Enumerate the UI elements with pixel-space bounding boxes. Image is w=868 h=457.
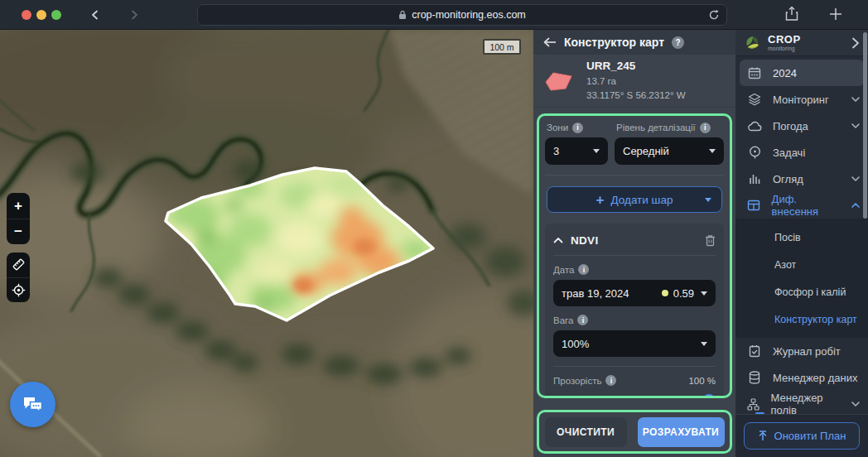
crop-monitoring-logo-icon [744,34,762,52]
variable-rate-submenu: Посів Азот Фосфор і калій Конструктор ка… [735,219,868,338]
map-scale-badge: 100 m [483,39,521,55]
grid-table-icon [747,200,761,211]
support-chat-button[interactable] [10,382,55,427]
layers-icon [747,93,762,106]
reload-icon[interactable] [708,8,720,22]
app-window: crop-monitoring.eos.com [0,0,868,457]
field-area: 13.7 га [586,75,686,89]
submenu-item-map-builder[interactable]: Конструктор карт [735,305,868,333]
add-layer-button[interactable]: + Додати шар [547,186,722,213]
chevron-down-icon [593,149,600,153]
map-pin-icon [747,146,762,159]
sidebar-scrollbar[interactable] [863,32,867,219]
url-text: crop-monitoring.eos.com [412,9,526,21]
divider [553,366,716,367]
sidebar-item-label: Погода [773,120,808,132]
sidebar-item-tasks[interactable]: Задачі [735,139,868,166]
panel-header: Конструктор карт [533,30,735,55]
info-icon[interactable] [605,375,616,386]
close-window-icon[interactable] [22,10,31,20]
field-info[interactable]: URR_245 13.7 га 33.1175° S 56.2312° W [533,55,735,108]
sidebar-item-label: Огляд [773,173,803,185]
navigation-sidebar: CROP monitoring 2024 Моніторинг [735,30,868,457]
opacity-slider[interactable] [553,394,716,398]
panel-actions: ОЧИСТИТИ РОЗРАХУВАТИ [537,410,732,454]
measure-ruler-icon[interactable] [7,253,30,277]
map-canvas[interactable]: 100 m + − [0,30,533,457]
sidebar-item-monitoring[interactable]: Моніторинг [735,86,868,113]
cloud-icon [747,121,762,132]
sidebar-item-label: Менеджер полів [771,392,841,416]
browser-chrome: crop-monitoring.eos.com [0,0,868,30]
date-select[interactable]: трав 19, 2024 0.59 [553,280,716,306]
info-icon[interactable] [578,264,589,275]
ndvi-value: 0.59 [673,287,694,300]
maximize-window-icon[interactable] [51,10,61,20]
calculate-button[interactable]: РОЗРАХУВАТИ [638,417,725,447]
date-label: Дата [553,265,574,275]
sidebar-item-weather[interactable]: Погода [735,113,868,139]
sidebar-item-season[interactable]: 2024 [740,60,864,86]
upgrade-plan-button[interactable]: Оновити План [744,422,860,450]
zones-select[interactable]: 3 [545,137,608,165]
zoom-in-button[interactable]: + [7,193,30,219]
layer-name: NDVI [571,234,598,247]
lock-icon [398,10,407,20]
help-icon[interactable] [672,36,684,49]
sidebar-item-label: Журнал робіт [773,345,841,358]
zoom-out-button[interactable]: − [7,219,30,244]
sidebar-item-variable-rate[interactable]: Диф. внесення [735,192,868,219]
opacity-value: 100 % [688,376,716,386]
submenu-item-nitrogen[interactable]: Азот [735,251,868,278]
clear-button[interactable]: ОЧИСТИТИ [545,417,627,447]
map-builder-panel: Конструктор карт URR_245 13.7 га 33.1175… [533,30,735,457]
sidebar-item-label: Диф. внесення [772,193,841,218]
locate-target-icon[interactable] [7,277,30,302]
sidebar-item-label: Менеджер даних [773,372,857,384]
delete-layer-icon[interactable] [705,234,716,247]
sidebar-item-overview[interactable]: Огляд [735,166,868,192]
minimize-window-icon[interactable] [36,10,46,20]
zones-label: Зони [547,123,568,132]
detail-level-label: Рівень деталізації [616,123,696,132]
map-zoom-control: + − [7,193,30,244]
share-icon[interactable] [785,6,798,22]
chat-bubbles-icon [22,396,44,414]
ndvi-value-dot [662,290,668,296]
chevron-down-icon [851,123,860,128]
map-builder-form: Зони 3 Рівень деталізації Середній [537,113,732,398]
info-icon[interactable] [572,123,583,133]
detail-level-select[interactable]: Середній [615,137,724,165]
info-icon[interactable] [700,123,711,133]
submenu-item-phosphorus[interactable]: Фосфор і калій [735,278,868,305]
field-coordinates: 33.1175° S 56.2312° W [586,89,686,103]
info-icon[interactable] [577,315,588,325]
hierarchy-icon [747,398,760,411]
chevron-down-icon [851,176,860,181]
satellite-imagery [0,30,533,457]
new-tab-icon[interactable] [828,7,843,22]
opacity-label: Прозорість [553,376,601,386]
logo-title: CROP [768,34,801,45]
back-arrow-icon[interactable] [543,37,557,47]
page-title: Конструктор карт [564,36,664,49]
submenu-item-seeding[interactable]: Посів [735,224,868,251]
slider-thumb[interactable] [702,394,716,398]
sidebar-item-label: Задачі [773,147,805,159]
chevron-down-icon [701,291,707,296]
weight-select[interactable]: 100% [553,330,716,357]
address-bar[interactable]: crop-monitoring.eos.com [197,4,727,26]
sidebar-footer: Оновити План [735,414,868,457]
bar-chart-icon [747,173,762,185]
sidebar-item-label: Моніторинг [773,94,829,106]
sidebar-item-data-manager[interactable]: Менеджер даних [735,364,868,391]
browser-forward-icon[interactable] [124,5,144,25]
collapse-chevron-icon[interactable] [553,237,563,243]
sidebar-item-work-log[interactable]: Журнал робіт [735,338,868,364]
browser-back-icon[interactable] [85,5,105,25]
database-icon [747,371,762,384]
chevron-down-icon [705,198,711,202]
chevron-down-icon [701,342,707,346]
collapse-sidebar-icon[interactable] [851,37,860,49]
map-tools-control [7,253,30,302]
